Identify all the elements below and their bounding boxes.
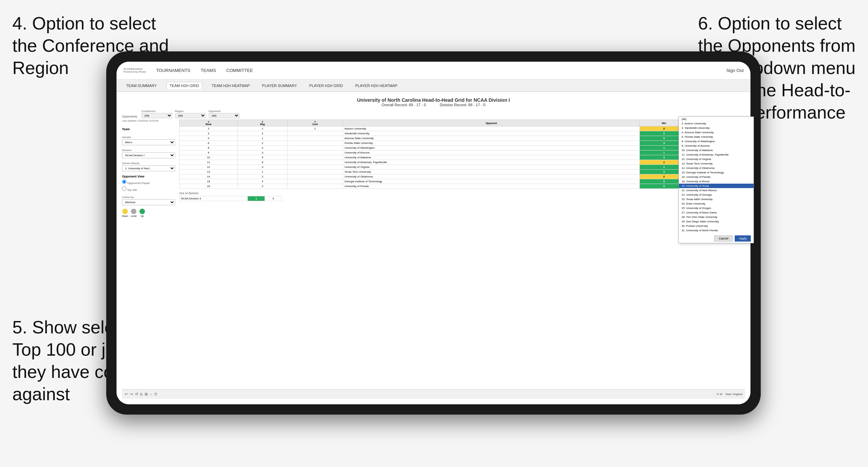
region-select[interactable]: (All) [175, 113, 206, 118]
region-filter-group: Region (All) [175, 110, 206, 118]
dropdown-item[interactable]: 10. University of Alabama [679, 148, 745, 152]
cancel-button[interactable]: Cancel [714, 235, 733, 242]
td-rag: 2 [238, 184, 288, 189]
td-rag: 2 [238, 146, 288, 150]
h2h-table: #Rank #Rag #Conf Opponent Win Loss 2 1 1… [179, 120, 745, 189]
radio-opponents-played-input[interactable] [122, 180, 126, 184]
toolbar-grid[interactable]: ⊞ [145, 392, 148, 396]
radio-top100-input[interactable] [122, 186, 126, 191]
report-subtitle: Overall Record: 89 - 17 - 0 Division Rec… [122, 103, 745, 107]
dropdown-item[interactable]: 14. University of Oklahoma [679, 166, 745, 170]
left-sidebar: Last Updated: 4/19/2024 16:55:38 Team Ge… [122, 120, 175, 389]
dropdown-item[interactable]: 6. Florida State University [679, 135, 745, 139]
td-conf [287, 179, 343, 184]
td-opponent: University of Washington [343, 146, 640, 150]
toolbar-clock[interactable]: ⏱ [154, 392, 158, 396]
radio-top100[interactable]: Top 100 [122, 186, 175, 192]
td-rank: 13 [180, 170, 238, 174]
dropdown-item[interactable]: 15. Georgia Institute of Technology [679, 170, 745, 175]
subnav-player-h2h-heatmap[interactable]: PLAYER H2H HEATMAP [353, 82, 400, 89]
dropdown-item[interactable]: 12. University of Virginia [679, 157, 745, 161]
toolbar-undo[interactable]: ↩ [125, 392, 128, 396]
td-opponent: University of Virginia [343, 165, 640, 170]
sidebar-division: Division NCAA Division I [122, 149, 175, 158]
td-conf [287, 146, 343, 150]
th-conf: #Conf [287, 120, 343, 126]
table-row: 2 1 1 Auburn University 2 1 [180, 126, 745, 131]
dropdown-item[interactable]: 24. Duke University [679, 201, 745, 206]
td-rank: 14 [180, 174, 238, 179]
td-rag: 2 [238, 174, 288, 179]
td-rank: 15 [180, 179, 238, 184]
dropdown-item[interactable]: 2. Auburn University [679, 121, 745, 126]
dropdown-item[interactable]: 23. Texas A&M University [679, 197, 745, 201]
toolbar-minus[interactable]: − [150, 392, 152, 396]
nav-teams[interactable]: TEAMS [201, 66, 216, 74]
gender-select[interactable]: Men's [122, 139, 175, 145]
table-row: 15 4 Georgia Institute of Technology 5 1 [180, 179, 745, 184]
toolbar-refresh[interactable]: ↺ [135, 392, 138, 396]
td-rag: 3 [238, 165, 288, 170]
dropdown-item[interactable]: 28. The Ohio State University [679, 215, 745, 219]
filter-row: Opponents: Conference (All) Region (All)… [122, 110, 745, 118]
dropdown-item[interactable]: 3. Vanderbilt University [679, 126, 745, 130]
toolbar-copy[interactable]: ⎘ [140, 392, 143, 396]
colour-by-select[interactable]: Win/loss [122, 199, 175, 205]
dropdown-item[interactable]: 29. San Diego State University [679, 219, 745, 224]
dropdown-item[interactable]: 22. University of Georgia [679, 193, 745, 197]
td-rag: 2 [238, 131, 288, 136]
th-rank: #Rank [180, 120, 238, 126]
out-division-name: NCAA Division II [180, 196, 248, 201]
dropdown-item[interactable]: 27. University of Notre Dame [679, 210, 745, 215]
subnav-team-summary[interactable]: TEAM SUMMARY [123, 82, 160, 89]
conference-select[interactable]: (All) [142, 113, 172, 118]
division-record: Division Record: 88 - 17 - 0 [440, 103, 485, 107]
dropdown-item[interactable]: 31. University of North Florida [679, 228, 745, 233]
td-conf [287, 184, 343, 189]
opponent-select[interactable]: (All) [209, 113, 240, 118]
td-conf [287, 136, 343, 141]
nav-signout[interactable]: Sign Out [726, 68, 744, 73]
school-label: School (Rank) [122, 162, 175, 165]
sidebar-opponent-view: Opponent View Opponents Played Top 100 [122, 175, 175, 192]
toolbar-redo[interactable]: ↪ [130, 392, 133, 396]
apply-button[interactable]: Apply [735, 235, 745, 242]
dropdown-item[interactable]: 30. Purdue University [679, 224, 745, 228]
td-rank: 2 [180, 126, 238, 131]
report-header: University of North Carolina Head-to-Hea… [122, 97, 745, 107]
school-select[interactable]: 1. University of Nort... [122, 165, 175, 171]
table-row: 10 5 University of Alabama 3 0 [180, 155, 745, 160]
nav-tournaments[interactable]: TOURNAMENTS [156, 66, 190, 74]
opponents-label: Opponents: [122, 115, 138, 118]
dropdown-item[interactable]: 4. Arizona State University [679, 130, 745, 135]
legend-up-label: Up [140, 215, 144, 217]
subnav-player-h2h-grid[interactable]: PLAYER H2H GRID [307, 82, 346, 89]
subnav-player-summary[interactable]: PLAYER SUMMARY [259, 82, 300, 89]
dropdown-item[interactable]: 11. University of Arkansas, Fayetteville [679, 152, 745, 157]
sidebar-school: School (Rank) 1. University of Nort... [122, 162, 175, 171]
division-select[interactable]: NCAA Division I [122, 152, 175, 158]
td-conf [287, 141, 343, 146]
subnav-team-h2h-grid[interactable]: TEAM H2H GRID [167, 82, 202, 89]
dropdown-item[interactable]: 18. University of Illinois [679, 179, 745, 184]
dropdown-list: (All)2. Auburn University3. Vanderbilt U… [679, 120, 745, 233]
dropdown-item[interactable]: 25. University of Oregon [679, 206, 745, 210]
td-conf: 1 [287, 126, 343, 131]
radio-opponents-played[interactable]: Opponents Played [122, 180, 175, 185]
opponent-label: Opponent [209, 110, 240, 113]
dropdown-item[interactable]: 21. University of New Mexico [679, 188, 745, 193]
dropdown-item[interactable]: 20. University of Texas [679, 184, 745, 188]
dropdown-item[interactable]: 9. University of Arizona [679, 144, 745, 148]
out-division-win: 1 [248, 196, 265, 201]
sidebar-gender: Gender Men's [122, 136, 175, 145]
dropdown-item[interactable]: 8. University of Washington [679, 139, 745, 144]
nav-committee[interactable]: COMMITTEE [226, 66, 253, 74]
out-division-row: NCAA Division II 1 0 [180, 196, 282, 201]
dropdown-item[interactable]: 13. Texas Tech University [679, 161, 745, 166]
subnav-team-h2h-heatmap[interactable]: TEAM H2H HEATMAP [209, 82, 253, 89]
th-opponent: Opponent [343, 120, 640, 126]
dropdown-item[interactable]: 16. University of Florida [679, 175, 745, 179]
td-opponent: Georgia Institute of Technology [343, 179, 640, 184]
division-label: Division [122, 149, 175, 152]
colour-by-label: Colour by [122, 196, 175, 199]
